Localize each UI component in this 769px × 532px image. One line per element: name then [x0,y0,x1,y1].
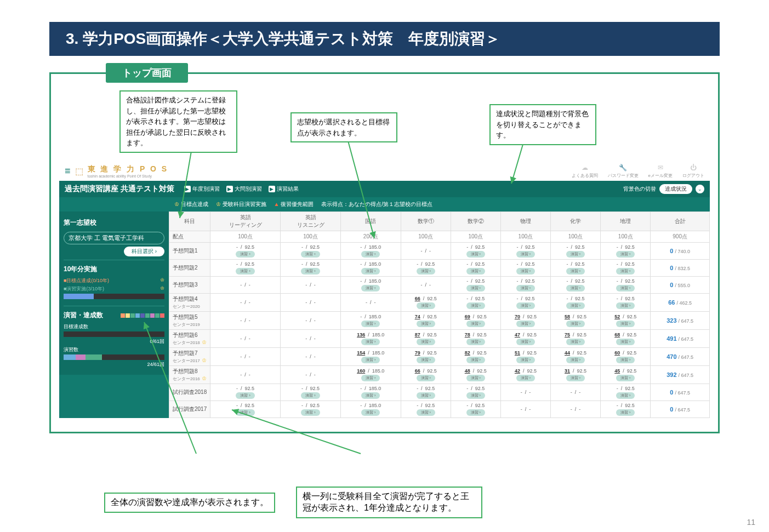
score-cell[interactable]: - / 92.5演習 › [601,294,651,312]
score-cell[interactable]: - / 92.5演習 › [451,243,500,260]
score-cell[interactable]: - / 92.5演習 › [281,260,341,277]
score-cell[interactable]: - / 92.5演習 › [451,384,500,401]
score-cell[interactable]: 79 / 92.5演習 › [401,348,451,366]
score-cell[interactable]: - / 185.0演習 › [340,243,401,260]
legend: ♔ 目標点達成 ♔ 受験科目演習実施 ▲ 復習優先範囲 表示得点：あなたの得点/… [169,197,710,211]
hamburger-icon[interactable]: ≡ [65,165,71,177]
score-cell[interactable]: 52 / 92.5演習 › [601,312,651,330]
score-cell[interactable]: - / 92.5演習 › [401,401,451,418]
score-cell[interactable]: - / 185.0演習 › [340,260,401,277]
score-cell[interactable]: 48 / 92.5演習 › [451,366,500,384]
score-cell[interactable]: - / - [551,384,601,401]
row-name: 予想問題4センター2020 [169,294,210,312]
score-cell[interactable]: - / - [281,348,341,366]
score-cell[interactable]: - / 92.5演習 › [601,384,651,401]
score-cell[interactable]: 66 / 92.5演習 › [401,366,451,384]
score-cell[interactable]: - / 92.5演習 › [451,401,500,418]
score-cell[interactable]: 160 / 185.0演習 › [340,366,401,384]
score-cell[interactable]: - / 92.5演習 › [500,243,550,260]
score-cell[interactable]: - / - [210,312,281,330]
score-cell[interactable]: - / 92.5演習 › [601,260,651,277]
subject-select-button[interactable]: 科目選択 › [124,247,164,256]
bg-toggle[interactable]: 背景色の切替 達成状況 ⌄ [623,184,704,194]
score-cell[interactable]: - / 92.5演習 › [401,260,451,277]
score-cell[interactable]: - / 92.5演習 › [551,294,601,312]
score-cell[interactable]: 70 / 92.5演習 › [500,312,550,330]
score-cell[interactable]: - / - [500,401,550,418]
score-cell[interactable]: 31 / 92.5演習 › [551,366,601,384]
total-cell: 0 / 647.5 [651,384,710,401]
score-cell[interactable]: 82 / 92.5演習 › [451,348,500,366]
score-cell[interactable]: - / 185.0演習 › [340,277,401,294]
score-cell[interactable]: 136 / 185.0演習 › [340,330,401,348]
score-cell[interactable]: 45 / 92.5演習 › [601,366,651,384]
tab-year[interactable]: ▶年度別演習 [184,185,220,193]
score-cell[interactable]: - / - [210,294,281,312]
score-cell[interactable]: - / - [401,243,451,260]
score-cell[interactable]: - / 92.5演習 › [500,260,550,277]
score-cell[interactable]: - / - [551,401,601,418]
score-cell[interactable]: - / - [401,277,451,294]
score-cell[interactable]: - / - [281,330,341,348]
score-cell[interactable]: - / 92.5演習 › [281,243,341,260]
score-cell[interactable]: - / 92.5演習 › [281,384,341,401]
score-table: 科目英語リーディング英語リスニング国語数学①数学②物理化学地理合計配点100点1… [169,211,710,418]
score-cell[interactable]: 78 / 92.5演習 › [451,330,500,348]
score-cell[interactable]: - / 92.5演習 › [281,401,341,418]
score-cell[interactable]: 74 / 92.5演習 › [401,312,451,330]
score-cell[interactable]: 154 / 185.0演習 › [340,348,401,366]
icon-password[interactable]: 🔧パスワード変更 [608,164,639,179]
total-cell: 0 / 740.0 [651,243,710,260]
app-header: ≡ ⬚ 東 進 学 力 P O S toshin academic abilit… [59,162,710,181]
score-cell[interactable]: - / 92.5演習 › [451,260,500,277]
score-cell[interactable]: - / - [210,330,281,348]
icon-faq[interactable]: ☁よくある質問 [572,164,598,179]
icon-email[interactable]: ✉eメール変更 [648,164,673,179]
tab-daimon[interactable]: ▶大問別演習 [226,185,262,193]
score-cell[interactable]: - / - [210,348,281,366]
score-cell[interactable]: 75 / 92.5演習 › [551,330,601,348]
score-cell[interactable]: 58 / 92.5演習 › [551,312,601,330]
score-cell[interactable]: - / - [340,294,401,312]
school-box[interactable]: 京都大学 工 電気電子工学科 [64,232,164,244]
score-cell[interactable]: - / - [210,366,281,384]
score-cell[interactable]: - / 92.5演習 › [401,384,451,401]
tab-result[interactable]: ▶演習結果 [269,185,299,193]
score-cell[interactable]: 68 / 92.5演習 › [601,330,651,348]
score-cell[interactable]: - / 92.5演習 › [500,294,550,312]
score-cell[interactable]: - / 92.5演習 › [551,260,601,277]
score-cell[interactable]: - / - [281,312,341,330]
score-cell[interactable]: - / - [500,384,550,401]
score-cell[interactable]: - / 92.5演習 › [551,277,601,294]
score-cell[interactable]: - / 92.5演習 › [210,401,281,418]
score-cell[interactable]: - / 92.5演習 › [601,401,651,418]
score-cell[interactable]: - / - [281,277,341,294]
callout-target-score: 志望校が選択されると目標得点が表示されます。 [290,112,397,142]
score-cell[interactable]: - / 92.5演習 › [500,277,550,294]
score-cell[interactable]: - / - [281,366,341,384]
score-cell[interactable]: 51 / 92.5演習 › [500,348,550,366]
score-cell[interactable]: 42 / 92.5演習 › [500,366,550,384]
score-cell[interactable]: - / 92.5演習 › [210,260,281,277]
score-cell[interactable]: - / 185.0演習 › [340,384,401,401]
col-header: 科目 [169,212,210,231]
score-cell[interactable]: 60 / 92.5演習 › [601,348,651,366]
score-cell[interactable]: - / - [210,277,281,294]
score-cell[interactable]: 47 / 92.5演習 › [500,330,550,348]
score-cell[interactable]: - / 92.5演習 › [210,243,281,260]
score-cell[interactable]: 66 / 92.5演習 › [401,294,451,312]
score-cell[interactable]: - / 92.5演習 › [451,294,500,312]
score-cell[interactable]: - / 92.5演習 › [601,243,651,260]
icon-logout[interactable]: ⏻ログアウト [682,164,704,179]
score-cell[interactable]: 69 / 92.5演習 › [451,312,500,330]
score-cell[interactable]: - / 92.5演習 › [601,277,651,294]
score-cell[interactable]: - / 92.5演習 › [210,384,281,401]
score-cell[interactable]: - / 92.5演習 › [451,277,500,294]
score-cell[interactable]: - / 92.5演習 › [551,243,601,260]
score-cell[interactable]: - / - [281,294,341,312]
callout-bg-toggle: 達成状況と問題種別で背景色を切り替えることができます。 [489,104,596,145]
score-cell[interactable]: - / 185.0演習 › [340,401,401,418]
score-cell[interactable]: - / 185.0演習 › [340,312,401,330]
score-cell[interactable]: 44 / 92.5演習 › [551,348,601,366]
score-cell[interactable]: 87 / 92.5演習 › [401,330,451,348]
